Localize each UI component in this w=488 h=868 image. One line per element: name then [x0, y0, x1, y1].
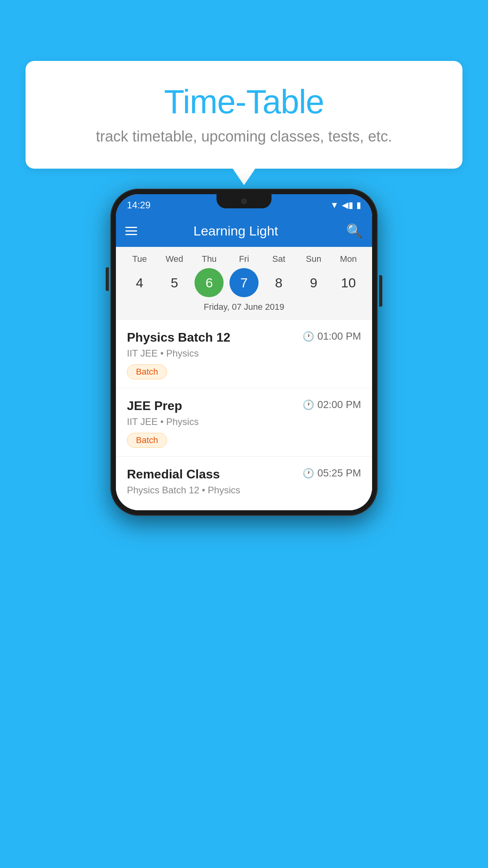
day-headers: Tue Wed Thu Fri Sat Sun Mon: [116, 254, 372, 264]
clock-icon-1: 🕐: [303, 331, 314, 342]
day-header-mon: Mon: [334, 254, 363, 264]
app-bar: Learning Light 🔍: [116, 215, 372, 247]
status-time: 14:29: [127, 200, 150, 211]
schedule-time-2: 🕐 02:00 PM: [303, 399, 361, 411]
day-8[interactable]: 8: [264, 268, 294, 297]
schedule-list: Physics Batch 12 🕐 01:00 PM IIT JEE • Ph…: [116, 320, 372, 510]
schedule-item-1-header: Physics Batch 12 🕐 01:00 PM: [127, 330, 361, 345]
bubble-title: Time-Table: [49, 83, 439, 121]
search-icon[interactable]: 🔍: [346, 223, 363, 239]
speech-bubble-container: Time-Table track timetable, upcoming cla…: [26, 61, 462, 169]
time-value-2: 02:00 PM: [317, 399, 361, 411]
schedule-item-2[interactable]: JEE Prep 🕐 02:00 PM IIT JEE • Physics Ba…: [116, 388, 372, 457]
schedule-item-3[interactable]: Remedial Class 🕐 05:25 PM Physics Batch …: [116, 457, 372, 510]
day-header-sun: Sun: [299, 254, 328, 264]
day-6-today[interactable]: 6: [194, 268, 224, 297]
selected-date-label: Friday, 07 June 2019: [116, 297, 372, 316]
schedule-title-1: Physics Batch 12: [127, 330, 230, 345]
schedule-meta-3: Physics Batch 12 • Physics: [127, 485, 361, 496]
phone-mockup: 14:29 ▼ ◀▮ ▮ Learning Light 🔍: [110, 189, 378, 516]
day-9[interactable]: 9: [299, 268, 328, 297]
battery-icon: ▮: [356, 200, 361, 210]
day-header-sat: Sat: [264, 254, 294, 264]
speech-bubble: Time-Table track timetable, upcoming cla…: [26, 61, 462, 169]
schedule-meta-2: IIT JEE • Physics: [127, 416, 361, 427]
day-numbers: 4 5 6 7 8 9 10: [116, 268, 372, 297]
schedule-title-2: JEE Prep: [127, 399, 182, 413]
day-7-selected[interactable]: 7: [229, 268, 259, 297]
schedule-item-1[interactable]: Physics Batch 12 🕐 01:00 PM IIT JEE • Ph…: [116, 320, 372, 388]
time-value-3: 05:25 PM: [317, 467, 361, 479]
phone-notch: [216, 194, 272, 208]
schedule-time-1: 🕐 01:00 PM: [303, 330, 361, 342]
phone-outer: 14:29 ▼ ◀▮ ▮ Learning Light 🔍: [110, 189, 378, 516]
status-icons: ▼ ◀▮ ▮: [330, 200, 361, 210]
day-header-fri: Fri: [229, 254, 259, 264]
schedule-time-3: 🕐 05:25 PM: [303, 467, 361, 479]
day-header-tue: Tue: [125, 254, 154, 264]
signal-icon: ◀▮: [342, 200, 353, 210]
day-header-wed: Wed: [160, 254, 189, 264]
batch-badge-1: Batch: [127, 364, 167, 379]
day-10[interactable]: 10: [334, 268, 363, 297]
bubble-subtitle: track timetable, upcoming classes, tests…: [49, 128, 439, 145]
calendar-strip: Tue Wed Thu Fri Sat Sun Mon 4 5 6 7 8 9 …: [116, 247, 372, 320]
app-title: Learning Light: [145, 223, 327, 239]
wifi-icon: ▼: [330, 200, 339, 210]
day-4[interactable]: 4: [125, 268, 154, 297]
menu-icon[interactable]: [125, 227, 137, 235]
day-header-thu: Thu: [194, 254, 224, 264]
schedule-item-3-header: Remedial Class 🕐 05:25 PM: [127, 467, 361, 482]
clock-icon-2: 🕐: [303, 399, 314, 410]
batch-badge-2: Batch: [127, 433, 167, 448]
schedule-title-3: Remedial Class: [127, 467, 220, 482]
day-5[interactable]: 5: [160, 268, 189, 297]
phone-screen: 14:29 ▼ ◀▮ ▮ Learning Light 🔍: [116, 194, 372, 510]
schedule-item-2-header: JEE Prep 🕐 02:00 PM: [127, 399, 361, 413]
camera-icon: [241, 199, 247, 204]
time-value-1: 01:00 PM: [317, 330, 361, 342]
clock-icon-3: 🕐: [303, 468, 314, 479]
schedule-meta-1: IIT JEE • Physics: [127, 348, 361, 359]
